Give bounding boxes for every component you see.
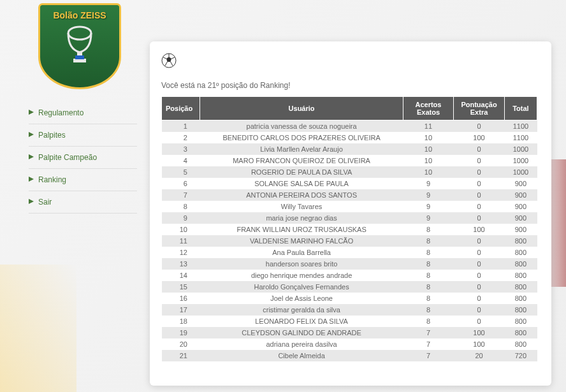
cell-total: 1000 <box>504 155 537 166</box>
cell-extra: 0 <box>454 247 505 258</box>
cell-user: ROGERIO DE PAULA DA SILVA <box>200 166 403 178</box>
table-row: 12Ana Paula Barrella80800 <box>162 247 537 258</box>
table-row: 4MARO FRANCON QUEIROZ DE OLIVEIRA1001000 <box>162 155 537 166</box>
cell-pos: 8 <box>162 201 200 212</box>
cell-total: 800 <box>504 247 537 258</box>
header-user: Usuário <box>200 97 403 120</box>
table-row: 18LEONARDO FELIX DA SILVA80800 <box>162 316 537 327</box>
logo: Bolão ZEISS <box>38 3 127 92</box>
header-exact: Acertos Exatos <box>403 97 454 120</box>
cell-exact: 9 <box>403 189 454 201</box>
cell-exact: 10 <box>403 155 454 166</box>
sidebar-item-label: Ranking <box>38 175 66 184</box>
table-row: 13handerson soares brito80800 <box>162 258 537 270</box>
sidebar-item-label: Sair <box>38 198 52 207</box>
sidebar-item-label: Palpites <box>38 131 66 140</box>
cell-total: 900 <box>504 189 537 201</box>
table-row: 1patricia vanessa de souza nogueira11011… <box>162 120 537 133</box>
cell-pos: 20 <box>162 338 200 350</box>
cell-extra: 20 <box>454 350 505 361</box>
table-row: 3Livia Marllen Avelar Araujo1001000 <box>162 143 537 155</box>
cell-exact: 8 <box>403 304 454 316</box>
cell-user: SOLANGE SALSA DE PAULA <box>200 178 403 189</box>
cell-pos: 15 <box>162 281 200 293</box>
sidebar-item-palpite-campeao[interactable]: Palpite Campeão <box>29 147 137 169</box>
content-panel: Você está na 21º posição do Ranking! Pos… <box>150 41 551 386</box>
cell-extra: 100 <box>454 132 505 143</box>
cell-exact: 10 <box>403 143 454 155</box>
cell-user: cristimar geralda da silva <box>200 304 403 316</box>
cell-extra: 0 <box>454 155 505 166</box>
cell-user: handerson soares brito <box>200 258 403 270</box>
cell-exact: 9 <box>403 201 454 212</box>
table-row: 8Willy Tavares90900 <box>162 201 537 212</box>
cell-total: 800 <box>504 293 537 304</box>
ranking-table-container[interactable]: Posição Usuário Acertos Exatos Pontuação… <box>161 96 540 364</box>
cell-total: 700 <box>504 361 537 364</box>
table-row: 19CLEYDSON GALINDO DE ANDRADE7100800 <box>162 327 537 338</box>
cell-extra: 0 <box>454 201 505 212</box>
cell-pos: 6 <box>162 178 200 189</box>
table-row: 6SOLANGE SALSA DE PAULA90900 <box>162 178 537 189</box>
cell-exact: 10 <box>403 132 454 143</box>
header-position: Posição <box>162 97 200 120</box>
cell-user: Cibele Almeida <box>200 350 403 361</box>
table-row: 11VALDENISE MARINHO FALCÃO80800 <box>162 235 537 247</box>
table-row: 10FRANK WILLIAN UROZ TRUSKAUSKAS8100900 <box>162 224 537 235</box>
sidebar-item-label: Regulamento <box>38 108 83 117</box>
cell-pos: 19 <box>162 327 200 338</box>
cell-pos: 10 <box>162 224 200 235</box>
cell-extra: 0 <box>454 189 505 201</box>
cell-pos: 2 <box>162 132 200 143</box>
cell-pos: 3 <box>162 143 200 155</box>
cell-pos: 1 <box>162 120 200 133</box>
cell-user: LEONARDO FELIX DA SILVA <box>200 316 403 327</box>
table-header-row: Posição Usuário Acertos Exatos Pontuação… <box>162 97 537 120</box>
cell-extra: 0 <box>454 143 505 155</box>
cell-total: 800 <box>504 270 537 281</box>
cell-user: diego henrique mendes andrade <box>200 270 403 281</box>
cell-extra: 0 <box>454 258 505 270</box>
header-extra: Pontuação Extra <box>454 97 505 120</box>
ranking-message: Você está na 21º posição do Ranking! <box>161 81 540 90</box>
table-row: 2BENEDITO CARLOS DOS PRAZERES OLIVEIRA10… <box>162 132 537 143</box>
sidebar-item-regulamento[interactable]: Regulamento <box>29 102 137 124</box>
cell-total: 900 <box>504 178 537 189</box>
cell-extra: 0 <box>454 281 505 293</box>
cell-total: 900 <box>504 201 537 212</box>
cell-pos: 7 <box>162 189 200 201</box>
cell-exact: 8 <box>403 316 454 327</box>
cell-exact: 7 <box>403 327 454 338</box>
cell-user: VALDENISE MARINHO FALCÃO <box>200 235 403 247</box>
cell-extra: 0 <box>454 304 505 316</box>
cell-pos: 14 <box>162 270 200 281</box>
cell-user: Livia Marllen Avelar Araujo <box>200 143 403 155</box>
cell-extra: 0 <box>454 361 505 364</box>
logo-title: Bolão ZEISS <box>53 10 106 20</box>
cell-exact: 7 <box>403 338 454 350</box>
table-row: 16Joel de Assis Leone80800 <box>162 293 537 304</box>
sidebar-item-palpites[interactable]: Palpites <box>29 124 137 147</box>
cell-extra: 0 <box>454 166 505 178</box>
cell-user: Joel de Assis Leone <box>200 293 403 304</box>
cell-user: BENEDITO CARLOS DOS PRAZERES OLIVEIRA <box>200 132 403 143</box>
sidebar-item-sair[interactable]: Sair <box>29 191 137 214</box>
cell-exact: 8 <box>403 293 454 304</box>
cell-user: FRANK WILLIAN UROZ TRUSKAUSKAS <box>200 224 403 235</box>
cell-pos: 21 <box>162 350 200 361</box>
cell-extra: 0 <box>454 212 505 224</box>
cell-total: 800 <box>504 338 537 350</box>
cell-exact: 8 <box>403 235 454 247</box>
sidebar-item-label: Palpite Campeão <box>38 153 97 162</box>
cell-total: 720 <box>504 350 537 361</box>
svg-point-0 <box>68 27 91 40</box>
cell-total: 900 <box>504 224 537 235</box>
shield-badge: Bolão ZEISS <box>38 3 121 89</box>
sidebar-item-ranking[interactable]: Ranking <box>29 169 137 191</box>
cell-extra: 100 <box>454 224 505 235</box>
cell-pos: 5 <box>162 166 200 178</box>
table-row: 9maria jose negrao dias90900 <box>162 212 537 224</box>
cell-total: 800 <box>504 235 537 247</box>
table-row: 20adriana pereira dasilva7100800 <box>162 338 537 350</box>
cell-exact: 9 <box>403 178 454 189</box>
